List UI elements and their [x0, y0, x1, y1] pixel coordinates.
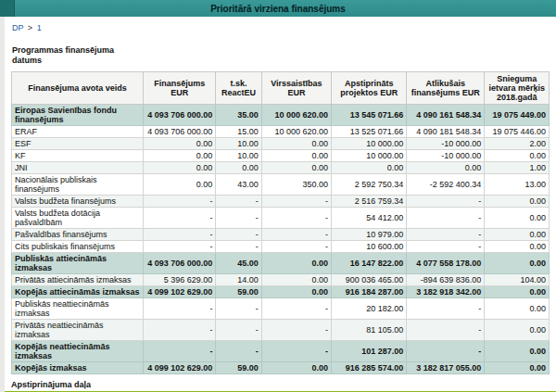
cell-value: 3 182 918 342.00 [407, 286, 485, 298]
cell-value: 0.00 [332, 162, 407, 174]
cell-value: - [261, 229, 331, 241]
cell-value: - [216, 229, 261, 241]
cell-value: - [261, 320, 331, 341]
cell-value: - [216, 320, 261, 341]
cell-value: - [407, 320, 485, 341]
cell-value: 19 075 446.00 [485, 126, 550, 138]
cell-value: - [216, 208, 261, 229]
cell-value: 2 592 750.34 [332, 174, 407, 196]
cell-value: 0.00 [261, 274, 331, 286]
table-row: Kopējās izmaksas4 099 102 629.0059.000.0… [12, 362, 550, 374]
cell-value: 0.00 [407, 162, 485, 174]
section-title: Programmas finansējuma datums [12, 45, 137, 66]
financing-table-head: Finansējuma avota veidsFinansējums EURt.… [12, 72, 550, 105]
cell-value: - [261, 341, 331, 362]
table-row: ESF0.0010.000.0010 000.00-10 000.002.00 [12, 138, 550, 150]
cell-value: 81 105.00 [332, 320, 407, 341]
table-row: Privātās neattiecināmās izmaksas---81 10… [12, 320, 550, 341]
cell-value: 0.00 [261, 150, 331, 162]
cell-value: - [216, 341, 261, 362]
approval-section-title: Apstiprinājuma daļa [11, 380, 550, 389]
cell-value: - [261, 208, 331, 229]
cell-value: 0.00 [144, 150, 216, 162]
column-header: Apstiprināts projektos EUR [332, 72, 407, 105]
cell-value: 10 000 620.00 [261, 126, 331, 138]
cell-value: 0.00 [261, 138, 331, 150]
cell-value: 16 147 822.00 [332, 253, 407, 274]
row-label: ERAF [12, 126, 144, 138]
row-label: Eiropas Savienības fondu finansējums [12, 105, 144, 126]
cell-value: 54 412.00 [332, 208, 407, 229]
cell-value: 0.00 [485, 320, 550, 341]
cell-value: 10 000.00 [332, 138, 407, 150]
cell-value: 59.00 [216, 286, 261, 298]
cell-value: 20 182.00 [332, 298, 407, 320]
row-label: Publiskās attiecināmās izmaksas [12, 253, 144, 274]
cell-value: 10 000.00 [332, 150, 407, 162]
table-row: Privātās attiecināmās izmaksas5 396 629.… [12, 274, 550, 286]
cell-value: 10 000 620.00 [261, 105, 331, 126]
breadcrumb-link-current[interactable]: 1 [37, 23, 42, 32]
column-header: Finansējuma avota veids [12, 72, 144, 105]
row-label: Privātās neattiecināmās izmaksas [12, 320, 144, 341]
breadcrumb-link-dp[interactable]: DP [12, 23, 23, 32]
cell-value: - [144, 298, 216, 320]
cell-value: 0.00 [261, 253, 331, 274]
table-row: Pašvaldības finansējums---10 979.00-0.00 [12, 229, 550, 241]
cell-value: 0.00 [485, 241, 550, 253]
row-label: JNI [12, 162, 144, 174]
row-label: Privātās attiecināmās izmaksas [12, 274, 144, 286]
cell-value: 916 184 287.00 [332, 286, 407, 298]
cell-value: 4 099 102 629.00 [144, 286, 216, 298]
cell-value: 35.00 [216, 105, 261, 126]
cell-value: 45.00 [216, 253, 261, 274]
cell-value: - [144, 208, 216, 229]
header-row: Finansējuma avota veidsFinansējums EURt.… [12, 72, 550, 105]
cell-value: 4 099 102 629.00 [144, 362, 216, 374]
column-header: Virssaistības EUR [261, 72, 331, 105]
cell-value: 4 077 558 178.00 [407, 253, 485, 274]
cell-value: 10.00 [216, 150, 261, 162]
breadcrumb: DP > 1 [5, 17, 556, 34]
cell-value: 350.00 [261, 174, 331, 196]
financing-table: Finansējuma avota veidsFinansējums EURt.… [11, 71, 550, 374]
financing-table-body: Eiropas Savienības fondu finansējums4 09… [12, 105, 550, 374]
cell-value: - [144, 320, 216, 341]
cell-value: - [216, 241, 261, 253]
row-label: Valsts budžeta dotācija pašvaldībām [12, 208, 144, 229]
table-row: Eiropas Savienības fondu finansējums4 09… [12, 105, 550, 126]
cell-value: - [216, 298, 261, 320]
cell-value: 0.00 [485, 298, 550, 320]
cell-value: - [144, 241, 216, 253]
cell-value: - [261, 196, 331, 208]
cell-value: 5 396 629.00 [144, 274, 216, 286]
cell-value: 0.00 [485, 196, 550, 208]
cell-value: 4 093 706 000.00 [144, 253, 216, 274]
cell-value: 0.00 [485, 208, 550, 229]
table-row: KF0.0010.000.0010 000.00-10 000.000.00 [12, 150, 550, 162]
cell-value: 104.00 [485, 274, 550, 286]
cell-value: - [407, 298, 485, 320]
row-label: Valsts budžeta finansējums [12, 196, 144, 208]
cell-value: -894 639 836.00 [407, 274, 485, 286]
row-label: Kopējās neattiecināmās izmaksas [12, 341, 144, 362]
row-label: KF [12, 150, 144, 162]
cell-value: -10 000.00 [407, 150, 485, 162]
cell-value: 101 287.00 [332, 341, 407, 362]
table-row: Valsts budžeta dotācija pašvaldībām---54… [12, 208, 550, 229]
cell-value: 0.00 [144, 162, 216, 174]
table-row: Publiskās neattiecināmās izmaksas---20 1… [12, 298, 550, 320]
cell-value: 4 090 181 548.34 [407, 126, 485, 138]
table-row: JNI0.000.000.000.000.001.00 [12, 162, 550, 174]
row-label: Kopējās izmaksas [12, 362, 144, 374]
cell-value: 4 093 706 000.00 [144, 105, 216, 126]
cell-value: - [407, 196, 485, 208]
row-label: Kopējās attiecināmās izmaksas [12, 286, 144, 298]
cell-value: 0.00 [485, 286, 550, 298]
cell-value: 2 516 759.34 [332, 196, 407, 208]
cell-value: - [216, 196, 261, 208]
column-header: Atlikušais finansējums EUR [407, 72, 485, 105]
cell-value: 3 182 817 055.00 [407, 362, 485, 374]
table-row: Publiskās attiecināmās izmaksas4 093 706… [12, 253, 550, 274]
cell-value: - [261, 241, 331, 253]
